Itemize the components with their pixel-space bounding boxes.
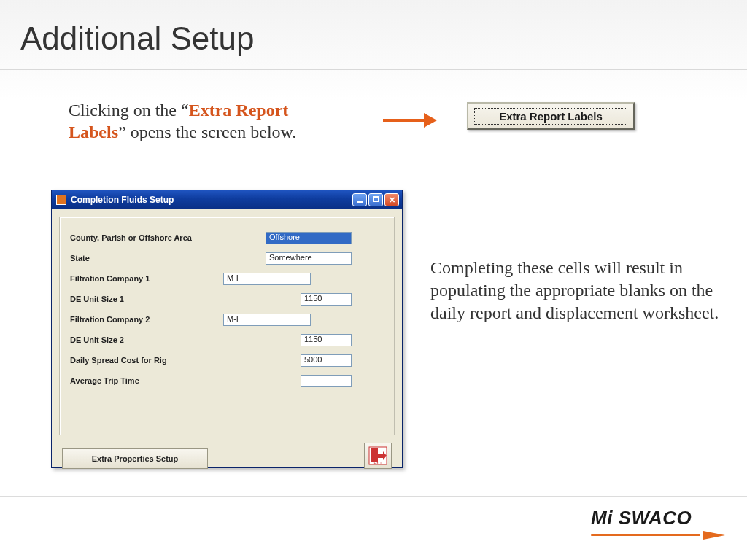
window-body: County, Parish or Offshore Area Offshore… xyxy=(59,217,395,435)
completion-fluids-setup-window: Completion Fluids Setup County, Parish o… xyxy=(51,190,403,468)
logo-swoosh-icon xyxy=(591,531,725,540)
county-label: County, Parish or Offshore Area xyxy=(70,233,223,242)
filtration-company-1-label: Filtration Company 1 xyxy=(70,274,223,283)
exit-icon: EXIT xyxy=(368,446,387,465)
page-title: Additional Setup xyxy=(20,20,254,57)
average-trip-time-label: Average Trip Time xyxy=(70,376,223,385)
app-icon xyxy=(56,195,66,205)
logo-mi: Mi xyxy=(591,507,613,529)
intro-text: Clicking on the “Extra Report Labels” op… xyxy=(69,99,346,143)
de-unit-size-2-field[interactable]: 1150 xyxy=(301,334,352,346)
minimize-button[interactable] xyxy=(352,193,367,206)
arrow-icon xyxy=(383,113,441,128)
exit-button[interactable]: EXIT xyxy=(364,443,392,469)
window-title: Completion Fluids Setup xyxy=(71,195,174,205)
close-button[interactable] xyxy=(384,193,399,206)
de-unit-size-2-label: DE Unit Size 2 xyxy=(70,335,223,344)
intro-pre: Clicking on the “ xyxy=(69,101,189,120)
slide: Additional Setup Clicking on the “Extra … xyxy=(0,0,747,560)
extra-report-labels-label: Extra Report Labels xyxy=(474,108,627,125)
divider-top xyxy=(0,69,747,70)
daily-spread-cost-field[interactable]: 5000 xyxy=(301,354,352,367)
intro-post: ” opens the screen below. xyxy=(118,122,296,141)
extra-properties-setup-button[interactable]: Extra Properties Setup xyxy=(62,448,208,469)
svg-rect-1 xyxy=(371,448,378,462)
divider-bottom xyxy=(0,496,747,497)
mi-swaco-logo: Mi SWACO xyxy=(591,507,725,540)
description-text: Completing these cells will result in po… xyxy=(430,257,722,325)
de-unit-size-1-label: DE Unit Size 1 xyxy=(70,295,223,303)
extra-report-labels-button[interactable]: Extra Report Labels xyxy=(467,102,635,130)
average-trip-time-field[interactable] xyxy=(301,375,352,387)
daily-spread-cost-label: Daily Spread Cost for Rig xyxy=(70,356,223,365)
svg-text:EXIT: EXIT xyxy=(374,461,382,465)
maximize-button[interactable] xyxy=(368,193,383,206)
window-titlebar[interactable]: Completion Fluids Setup xyxy=(52,190,402,209)
county-field[interactable]: Offshore xyxy=(266,232,352,244)
filtration-company-2-field[interactable]: M-I xyxy=(223,314,311,326)
state-label: State xyxy=(70,254,223,262)
filtration-company-1-field[interactable]: M-I xyxy=(223,273,311,285)
filtration-company-2-label: Filtration Company 2 xyxy=(70,315,223,324)
de-unit-size-1-field[interactable]: 1150 xyxy=(301,293,352,306)
state-field[interactable]: Somewhere xyxy=(266,252,352,265)
logo-swaco: SWACO xyxy=(613,507,692,529)
